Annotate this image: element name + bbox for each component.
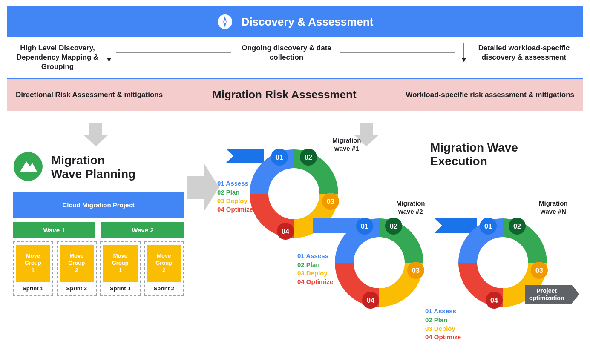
waves-row: Wave 1 Wave 2 bbox=[13, 222, 184, 238]
legend-assess: 01 Assess bbox=[217, 179, 253, 188]
legend-deploy: 03 Deploy bbox=[217, 197, 253, 205]
risk-left-label: Directional Risk Assessment & mitigation… bbox=[16, 91, 163, 99]
cycle-legend: 01 Assess 02 Plan 03 Deploy 04 Optimize bbox=[217, 179, 253, 214]
discovery-row: High Level Discovery,Dependency Mapping … bbox=[7, 37, 583, 76]
move-group-label: MoveGroup1 bbox=[103, 245, 138, 282]
svg-text:04: 04 bbox=[282, 228, 289, 235]
sprint-label: Sprint 2 bbox=[60, 285, 94, 292]
svg-rect-11 bbox=[89, 123, 102, 135]
banner-title: Discovery & Assessment bbox=[242, 15, 374, 29]
wave-cycle-donut: 01 02 03 04 bbox=[324, 207, 435, 320]
lower-content: MigrationWave Planning Cloud Migration P… bbox=[0, 137, 590, 296]
legend-assess: 01 Assess bbox=[297, 252, 333, 260]
arrow-down-icon bbox=[106, 43, 112, 62]
move-group-box: MoveGroup1 Sprint 1 bbox=[13, 241, 53, 296]
project-optimization-tag: Projectoptimization bbox=[525, 285, 572, 304]
legend-plan: 02 Plan bbox=[217, 188, 253, 197]
svg-text:03: 03 bbox=[535, 267, 543, 274]
move-groups-row: MoveGroup1 Sprint 1 MoveGroup2 Sprint 2 … bbox=[13, 241, 184, 296]
compass-icon bbox=[217, 14, 233, 30]
move-group-label: MoveGroup2 bbox=[147, 245, 181, 282]
cloud-migration-project-box: Cloud Migration Project bbox=[13, 192, 184, 218]
svg-text:02: 02 bbox=[390, 223, 397, 230]
move-group-box: MoveGroup2 Sprint 2 bbox=[144, 241, 184, 296]
svg-text:02: 02 bbox=[513, 223, 521, 230]
legend-optimize: 04 Optimize bbox=[425, 333, 461, 341]
discovery-mid-label: Ongoing discovery & datacollection bbox=[238, 43, 336, 62]
legend-optimize: 04 Optimize bbox=[297, 278, 333, 286]
arrow-right-icon bbox=[336, 49, 462, 57]
cycle-legend: 01 Assess 02 Plan 03 Deploy 04 Optimize bbox=[297, 252, 333, 286]
svg-text:04: 04 bbox=[367, 297, 374, 304]
arrow-down-icon bbox=[461, 43, 466, 62]
legend-deploy: 03 Deploy bbox=[425, 324, 461, 333]
move-group-label: MoveGroup2 bbox=[60, 245, 94, 282]
move-group-box: MoveGroup2 Sprint 2 bbox=[57, 241, 97, 296]
mountain-icon bbox=[13, 151, 43, 183]
risk-mid-label: Migration Risk Assessment bbox=[212, 88, 357, 101]
legend-assess: 01 Assess bbox=[425, 307, 461, 315]
arrow-right-icon bbox=[112, 49, 238, 57]
move-group-box: MoveGroup1 Sprint 1 bbox=[100, 241, 141, 296]
discovery-assessment-banner: Discovery & Assessment bbox=[7, 6, 583, 37]
cycle-legend: 01 Assess 02 Plan 03 Deploy 04 Optimize bbox=[425, 307, 461, 341]
sprint-label: Sprint 2 bbox=[147, 285, 181, 292]
risk-right-label: Workload-specific risk assessment & miti… bbox=[406, 91, 574, 99]
svg-point-2 bbox=[224, 20, 226, 23]
svg-rect-13 bbox=[360, 123, 373, 135]
sprint-label: Sprint 1 bbox=[103, 285, 138, 292]
legend-deploy: 03 Deploy bbox=[297, 269, 333, 278]
svg-text:01: 01 bbox=[484, 223, 492, 230]
svg-marker-4 bbox=[107, 58, 111, 62]
wave-box: Wave 2 bbox=[101, 222, 184, 238]
discovery-left-label: High Level Discovery,Dependency Mapping … bbox=[9, 43, 106, 72]
move-group-label: MoveGroup1 bbox=[16, 245, 50, 282]
svg-text:03: 03 bbox=[412, 267, 420, 274]
planning-title: MigrationWave Planning bbox=[51, 154, 135, 181]
svg-text:01: 01 bbox=[276, 154, 283, 161]
svg-text:03: 03 bbox=[327, 198, 334, 205]
risk-assessment-band: Directional Risk Assessment & mitigation… bbox=[7, 78, 583, 111]
sprint-label: Sprint 1 bbox=[16, 285, 50, 292]
legend-plan: 02 Plan bbox=[297, 261, 333, 269]
svg-marker-10 bbox=[462, 58, 466, 62]
wave-box: Wave 1 bbox=[13, 222, 95, 238]
migration-wave-planning: MigrationWave Planning Cloud Migration P… bbox=[0, 151, 192, 296]
legend-optimize: 04 Optimize bbox=[217, 205, 253, 214]
svg-text:02: 02 bbox=[305, 154, 312, 161]
svg-text:01: 01 bbox=[361, 223, 368, 230]
planning-header: MigrationWave Planning bbox=[13, 151, 192, 183]
legend-plan: 02 Plan bbox=[425, 316, 461, 324]
execution-title: Migration WaveExecution bbox=[430, 141, 518, 168]
svg-text:04: 04 bbox=[490, 297, 498, 304]
discovery-right-label: Detailed workload-specificdiscovery & as… bbox=[466, 43, 581, 62]
migration-wave-execution: Migration WaveExecution Migrationwave #1… bbox=[192, 137, 590, 296]
